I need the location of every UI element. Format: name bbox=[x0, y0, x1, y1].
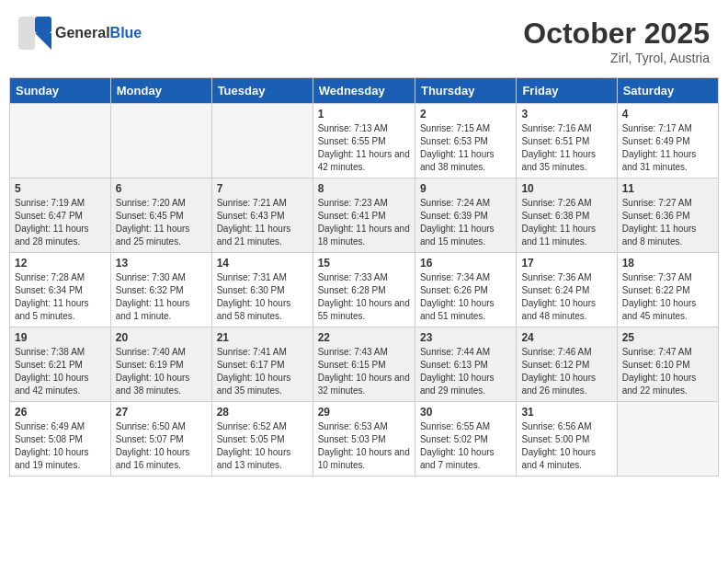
calendar-cell: 28Sunrise: 6:52 AM Sunset: 5:05 PM Dayli… bbox=[211, 402, 313, 477]
day-info: Sunrise: 7:43 AM Sunset: 6:15 PM Dayligh… bbox=[318, 346, 410, 397]
calendar-cell: 3Sunrise: 7:16 AM Sunset: 6:51 PM Daylig… bbox=[517, 104, 617, 178]
calendar-cell bbox=[110, 104, 211, 178]
calendar-cell: 15Sunrise: 7:33 AM Sunset: 6:28 PM Dayli… bbox=[313, 253, 415, 327]
calendar-cell: 19Sunrise: 7:38 AM Sunset: 6:21 PM Dayli… bbox=[10, 327, 111, 402]
day-number: 10 bbox=[521, 182, 611, 195]
day-number: 2 bbox=[420, 108, 511, 121]
day-info: Sunrise: 7:21 AM Sunset: 6:43 PM Dayligh… bbox=[217, 197, 308, 248]
day-info: Sunrise: 7:37 AM Sunset: 6:22 PM Dayligh… bbox=[622, 271, 713, 323]
day-info: Sunrise: 7:13 AM Sunset: 6:55 PM Dayligh… bbox=[318, 122, 410, 174]
header-saturday: Saturday bbox=[617, 78, 718, 104]
day-info: Sunrise: 7:15 AM Sunset: 6:53 PM Dayligh… bbox=[420, 122, 511, 174]
day-number: 22 bbox=[318, 331, 410, 344]
day-number: 19 bbox=[15, 331, 106, 344]
day-info: Sunrise: 7:36 AM Sunset: 6:24 PM Dayligh… bbox=[521, 271, 611, 323]
day-info: Sunrise: 6:53 AM Sunset: 5:03 PM Dayligh… bbox=[318, 420, 410, 472]
day-number: 25 bbox=[622, 331, 713, 344]
header-thursday: Thursday bbox=[415, 78, 516, 104]
day-info: Sunrise: 7:47 AM Sunset: 6:10 PM Dayligh… bbox=[622, 346, 713, 397]
calendar-cell: 27Sunrise: 6:50 AM Sunset: 5:07 PM Dayli… bbox=[110, 402, 211, 477]
calendar-cell: 30Sunrise: 6:55 AM Sunset: 5:02 PM Dayli… bbox=[415, 402, 516, 477]
day-info: Sunrise: 7:44 AM Sunset: 6:13 PM Dayligh… bbox=[420, 346, 511, 397]
header-wednesday: Wednesday bbox=[313, 78, 415, 104]
day-number: 28 bbox=[217, 406, 308, 419]
calendar-cell: 31Sunrise: 6:56 AM Sunset: 5:00 PM Dayli… bbox=[517, 402, 617, 477]
day-number: 21 bbox=[217, 331, 308, 344]
day-info: Sunrise: 6:52 AM Sunset: 5:05 PM Dayligh… bbox=[217, 420, 308, 472]
day-number: 1 bbox=[318, 108, 410, 121]
header: GeneralBlue October 2025 Zirl, Tyrol, Au… bbox=[9, 9, 719, 73]
day-number: 29 bbox=[318, 406, 410, 419]
day-number: 5 bbox=[15, 182, 106, 195]
day-info: Sunrise: 7:34 AM Sunset: 6:26 PM Dayligh… bbox=[420, 271, 511, 323]
calendar-cell bbox=[617, 402, 718, 477]
title-block: October 2025 Zirl, Tyrol, Austria bbox=[523, 17, 710, 65]
day-info: Sunrise: 7:20 AM Sunset: 6:45 PM Dayligh… bbox=[116, 197, 207, 248]
calendar-cell: 13Sunrise: 7:30 AM Sunset: 6:32 PM Dayli… bbox=[110, 253, 211, 327]
calendar-cell: 23Sunrise: 7:44 AM Sunset: 6:13 PM Dayli… bbox=[415, 327, 516, 402]
day-number: 3 bbox=[521, 108, 611, 121]
day-number: 23 bbox=[420, 331, 511, 344]
logo: GeneralBlue bbox=[18, 17, 142, 50]
day-number: 18 bbox=[622, 257, 713, 270]
calendar-cell: 17Sunrise: 7:36 AM Sunset: 6:24 PM Dayli… bbox=[517, 253, 617, 327]
day-number: 31 bbox=[521, 406, 611, 419]
day-info: Sunrise: 7:38 AM Sunset: 6:21 PM Dayligh… bbox=[15, 346, 106, 397]
day-number: 16 bbox=[420, 257, 511, 270]
day-info: Sunrise: 6:49 AM Sunset: 5:08 PM Dayligh… bbox=[15, 420, 106, 472]
calendar-cell: 11Sunrise: 7:27 AM Sunset: 6:36 PM Dayli… bbox=[617, 178, 718, 253]
header-sunday: Sunday bbox=[10, 78, 111, 104]
calendar-cell: 8Sunrise: 7:23 AM Sunset: 6:41 PM Daylig… bbox=[313, 178, 415, 253]
day-info: Sunrise: 7:23 AM Sunset: 6:41 PM Dayligh… bbox=[318, 197, 410, 248]
calendar-cell: 29Sunrise: 6:53 AM Sunset: 5:03 PM Dayli… bbox=[313, 402, 415, 477]
header-friday: Friday bbox=[517, 78, 617, 104]
day-number: 13 bbox=[116, 257, 207, 270]
day-number: 14 bbox=[217, 257, 308, 270]
day-number: 26 bbox=[15, 406, 106, 419]
day-info: Sunrise: 7:19 AM Sunset: 6:47 PM Dayligh… bbox=[15, 197, 106, 248]
calendar-cell: 6Sunrise: 7:20 AM Sunset: 6:45 PM Daylig… bbox=[110, 178, 211, 253]
svg-rect-0 bbox=[18, 17, 35, 50]
day-info: Sunrise: 7:30 AM Sunset: 6:32 PM Dayligh… bbox=[116, 271, 207, 323]
header-monday: Monday bbox=[110, 78, 211, 104]
day-number: 30 bbox=[420, 406, 511, 419]
calendar-cell: 20Sunrise: 7:40 AM Sunset: 6:19 PM Dayli… bbox=[110, 327, 211, 402]
calendar-cell: 21Sunrise: 7:41 AM Sunset: 6:17 PM Dayli… bbox=[211, 327, 313, 402]
calendar-week-0: 1Sunrise: 7:13 AM Sunset: 6:55 PM Daylig… bbox=[10, 104, 719, 178]
calendar-cell: 14Sunrise: 7:31 AM Sunset: 6:30 PM Dayli… bbox=[211, 253, 313, 327]
svg-marker-2 bbox=[35, 33, 51, 50]
calendar-week-3: 19Sunrise: 7:38 AM Sunset: 6:21 PM Dayli… bbox=[10, 327, 719, 402]
day-info: Sunrise: 7:40 AM Sunset: 6:19 PM Dayligh… bbox=[116, 346, 207, 397]
location-subtitle: Zirl, Tyrol, Austria bbox=[523, 51, 710, 65]
calendar-cell: 25Sunrise: 7:47 AM Sunset: 6:10 PM Dayli… bbox=[617, 327, 718, 402]
calendar-header-row: SundayMondayTuesdayWednesdayThursdayFrid… bbox=[10, 78, 719, 104]
calendar-week-2: 12Sunrise: 7:28 AM Sunset: 6:34 PM Dayli… bbox=[10, 253, 719, 327]
calendar-week-4: 26Sunrise: 6:49 AM Sunset: 5:08 PM Dayli… bbox=[10, 402, 719, 477]
calendar-week-1: 5Sunrise: 7:19 AM Sunset: 6:47 PM Daylig… bbox=[10, 178, 719, 253]
calendar-cell: 1Sunrise: 7:13 AM Sunset: 6:55 PM Daylig… bbox=[313, 104, 415, 178]
day-number: 12 bbox=[15, 257, 106, 270]
day-info: Sunrise: 7:26 AM Sunset: 6:38 PM Dayligh… bbox=[521, 197, 611, 248]
calendar-cell: 22Sunrise: 7:43 AM Sunset: 6:15 PM Dayli… bbox=[313, 327, 415, 402]
day-number: 15 bbox=[318, 257, 410, 270]
logo-svg bbox=[18, 17, 51, 50]
logo-text: GeneralBlue bbox=[55, 26, 142, 40]
day-info: Sunrise: 7:24 AM Sunset: 6:39 PM Dayligh… bbox=[420, 197, 511, 248]
day-number: 20 bbox=[116, 331, 207, 344]
day-info: Sunrise: 7:46 AM Sunset: 6:12 PM Dayligh… bbox=[521, 346, 611, 397]
calendar-cell: 9Sunrise: 7:24 AM Sunset: 6:39 PM Daylig… bbox=[415, 178, 516, 253]
calendar-cell bbox=[211, 104, 313, 178]
calendar-cell: 24Sunrise: 7:46 AM Sunset: 6:12 PM Dayli… bbox=[517, 327, 617, 402]
day-info: Sunrise: 7:16 AM Sunset: 6:51 PM Dayligh… bbox=[521, 122, 611, 174]
day-info: Sunrise: 7:41 AM Sunset: 6:17 PM Dayligh… bbox=[217, 346, 308, 397]
day-number: 27 bbox=[116, 406, 207, 419]
calendar-cell: 12Sunrise: 7:28 AM Sunset: 6:34 PM Dayli… bbox=[10, 253, 111, 327]
header-tuesday: Tuesday bbox=[211, 78, 313, 104]
calendar-cell: 16Sunrise: 7:34 AM Sunset: 6:26 PM Dayli… bbox=[415, 253, 516, 327]
day-info: Sunrise: 7:33 AM Sunset: 6:28 PM Dayligh… bbox=[318, 271, 410, 323]
day-info: Sunrise: 7:27 AM Sunset: 6:36 PM Dayligh… bbox=[622, 197, 713, 248]
day-number: 9 bbox=[420, 182, 511, 195]
calendar-cell bbox=[10, 104, 111, 178]
calendar-cell: 4Sunrise: 7:17 AM Sunset: 6:49 PM Daylig… bbox=[617, 104, 718, 178]
day-info: Sunrise: 6:50 AM Sunset: 5:07 PM Dayligh… bbox=[116, 420, 207, 472]
